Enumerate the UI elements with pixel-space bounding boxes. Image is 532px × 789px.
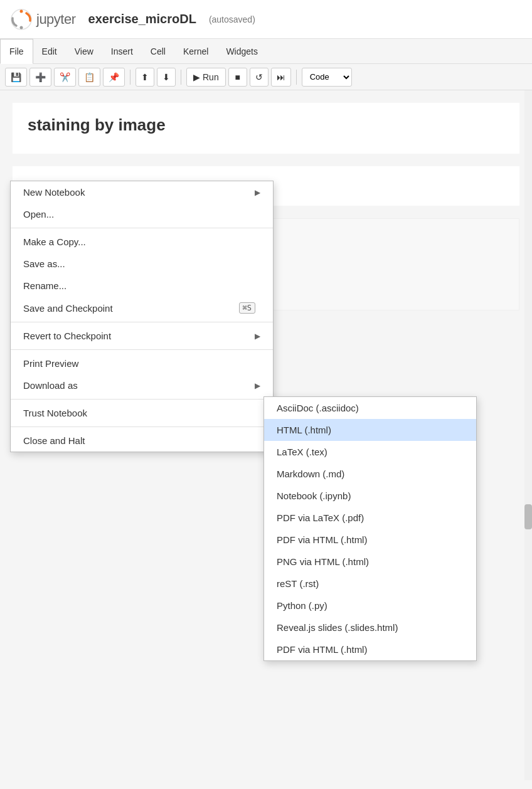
separator-3 [11,349,273,350]
menu-item-kernel[interactable]: Kernel [174,39,217,63]
submenu-asciidoc[interactable]: AsciiDoc (.asciidoc) [264,397,476,419]
cut-cell-button[interactable]: ✂️ [54,68,76,87]
menu-rename[interactable]: Rename... [11,275,273,297]
file-menu-dropdown: New Notebook ▶ Open... Make a Copy... Sa… [10,181,274,452]
menu-download-as[interactable]: Download as ▶ [11,374,273,396]
menu-open[interactable]: Open... [11,203,273,225]
submenu-latex[interactable]: LaTeX (.tex) [264,441,476,463]
submenu-pdf-html[interactable]: PDF via HTML (.html) [264,529,476,551]
menu-bar: File Edit View Insert Cell Kernel Widget… [0,39,532,64]
menu-save-checkpoint[interactable]: Save and Checkpoint ⌘S [11,297,273,319]
menu-item-insert[interactable]: Insert [102,39,142,63]
submenu-pdf-html-2[interactable]: PDF via HTML (.html) [264,638,476,660]
toolbar: 💾 ➕ ✂️ 📋 📌 ⬆ ⬇ ▶ Run ■ ↺ ⏭ Code [0,64,532,90]
run-button[interactable]: ▶ Run [186,68,226,87]
submenu-png-html[interactable]: PNG via HTML (.html) [264,551,476,573]
scrollbar-thumb[interactable] [524,504,532,529]
header: jupyter exercise_microDL (autosaved) [0,0,532,39]
menu-item-edit[interactable]: Edit [33,39,66,63]
jupyter-logo-icon [10,8,33,31]
paste-cell-button[interactable]: 📌 [103,68,125,87]
main-content: staining by image n and import libraries… [0,90,532,780]
notebook-title[interactable]: exercise_microDL [88,12,196,26]
submenu-python[interactable]: Python (.py) [264,595,476,617]
autosaved-label: (autosaved) [209,14,255,24]
cell-heading-area: staining by image [13,103,519,154]
toolbar-separator-1 [130,70,130,85]
run-icon: ▶ [193,72,200,82]
toolbar-separator-3 [296,70,297,85]
separator-4 [11,399,273,400]
separator-1 [11,228,273,228]
svg-point-1 [20,9,23,13]
move-up-button[interactable]: ⬆ [136,68,154,87]
submenu-pdf-latex[interactable]: PDF via LaTeX (.pdf) [264,507,476,529]
submenu-reveal[interactable]: Reveal.js slides (.slides.html) [264,617,476,638]
jupyter-logo: jupyter [10,8,76,31]
menu-make-copy[interactable]: Make a Copy... [11,231,273,253]
download-arrow: ▶ [255,381,260,390]
toolbar-separator-2 [181,70,181,85]
scrollbar[interactable] [524,90,532,780]
restart-run-button[interactable]: ⏭ [271,68,291,87]
menu-print-preview[interactable]: Print Preview [11,352,273,374]
move-down-button[interactable]: ⬇ [157,68,176,87]
submenu-html[interactable]: HTML (.html) [264,419,476,441]
submenu-markdown[interactable]: Markdown (.md) [264,463,476,485]
save-button[interactable]: 💾 [5,68,27,87]
save-shortcut: ⌘S [239,302,255,314]
jupyter-wordmark: jupyter [36,11,76,28]
menu-item-widgets[interactable]: Widgets [217,39,267,63]
menu-item-cell[interactable]: Cell [142,39,174,63]
menu-close-halt[interactable]: Close and Halt [11,430,273,452]
menu-new-notebook[interactable]: New Notebook ▶ [11,181,273,203]
separator-5 [11,426,273,427]
restart-button[interactable]: ↺ [250,68,269,87]
menu-trust-notebook[interactable]: Trust Notebook [11,402,273,424]
cell-type-dropdown[interactable]: Code [302,68,352,87]
download-as-submenu: AsciiDoc (.asciidoc) HTML (.html) LaTeX … [263,396,477,661]
interrupt-button[interactable]: ■ [228,68,247,87]
cell-heading: staining by image [28,115,507,135]
copy-cell-button[interactable]: 📋 [78,68,100,87]
separator-2 [11,322,273,322]
add-cell-button[interactable]: ➕ [29,68,51,87]
new-notebook-arrow: ▶ [255,188,260,197]
submenu-notebook[interactable]: Notebook (.ipynb) [264,485,476,507]
svg-point-2 [20,26,23,29]
menu-item-file[interactable]: File [0,39,33,64]
menu-revert-checkpoint[interactable]: Revert to Checkpoint ▶ [11,325,273,347]
revert-arrow: ▶ [255,332,260,341]
menu-save-as[interactable]: Save as... [11,253,273,275]
submenu-rst[interactable]: reST (.rst) [264,573,476,595]
menu-item-view[interactable]: View [66,39,102,63]
